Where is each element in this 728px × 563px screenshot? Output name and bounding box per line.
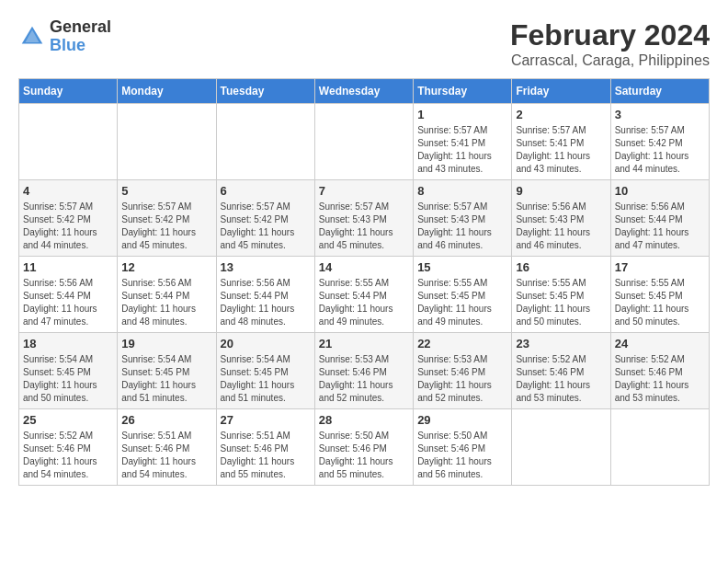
day-number: 11 xyxy=(23,260,113,274)
day-number: 3 xyxy=(615,108,705,121)
calendar-cell: 1Sunrise: 5:57 AM Sunset: 5:41 PM Daylig… xyxy=(414,104,512,180)
day-info: Sunrise: 5:57 AM Sunset: 5:43 PM Dayligh… xyxy=(417,201,507,252)
day-number: 27 xyxy=(221,413,311,427)
calendar-cell: 2Sunrise: 5:57 AM Sunset: 5:41 PM Daylig… xyxy=(512,104,610,180)
day-info: Sunrise: 5:53 AM Sunset: 5:46 PM Dayligh… xyxy=(319,353,409,405)
day-info: Sunrise: 5:52 AM Sunset: 5:46 PM Dayligh… xyxy=(23,430,113,481)
weekday-header: Wednesday xyxy=(314,79,413,104)
day-number: 29 xyxy=(417,413,507,427)
weekday-header: Thursday xyxy=(414,79,512,104)
calendar-cell: 14Sunrise: 5:55 AM Sunset: 5:44 PM Dayli… xyxy=(314,257,413,333)
day-info: Sunrise: 5:55 AM Sunset: 5:44 PM Dayligh… xyxy=(319,277,409,328)
calendar-cell: 9Sunrise: 5:56 AM Sunset: 5:43 PM Daylig… xyxy=(512,180,610,257)
day-info: Sunrise: 5:53 AM Sunset: 5:46 PM Dayligh… xyxy=(417,353,507,405)
weekday-header: Monday xyxy=(118,79,216,104)
calendar-cell: 10Sunrise: 5:56 AM Sunset: 5:44 PM Dayli… xyxy=(610,180,709,257)
logo-line2: Blue xyxy=(50,37,111,55)
subtitle: Carrascal, Caraga, Philippines xyxy=(510,52,710,69)
calendar-cell xyxy=(610,409,709,486)
calendar-cell: 7Sunrise: 5:57 AM Sunset: 5:43 PM Daylig… xyxy=(314,180,413,257)
title-block: February 2024 Carrascal, Caraga, Philipp… xyxy=(510,18,710,69)
day-number: 8 xyxy=(417,184,507,198)
day-number: 17 xyxy=(615,260,705,274)
day-number: 14 xyxy=(319,260,409,274)
day-number: 13 xyxy=(221,260,311,274)
day-info: Sunrise: 5:52 AM Sunset: 5:46 PM Dayligh… xyxy=(615,353,705,405)
day-number: 21 xyxy=(319,337,409,350)
logo: General Blue xyxy=(18,18,111,55)
day-number: 19 xyxy=(121,337,211,350)
day-info: Sunrise: 5:51 AM Sunset: 5:46 PM Dayligh… xyxy=(221,430,311,481)
calendar-cell: 16Sunrise: 5:55 AM Sunset: 5:45 PM Dayli… xyxy=(512,257,610,333)
day-number: 26 xyxy=(121,413,211,427)
day-info: Sunrise: 5:57 AM Sunset: 5:42 PM Dayligh… xyxy=(221,201,311,252)
day-number: 24 xyxy=(615,337,705,350)
day-number: 6 xyxy=(221,184,311,198)
calendar-week-row: 1Sunrise: 5:57 AM Sunset: 5:41 PM Daylig… xyxy=(19,104,710,180)
calendar-cell xyxy=(118,104,216,180)
logo-line1: General xyxy=(50,18,111,37)
calendar-cell: 26Sunrise: 5:51 AM Sunset: 5:46 PM Dayli… xyxy=(118,409,216,486)
day-info: Sunrise: 5:57 AM Sunset: 5:42 PM Dayligh… xyxy=(121,201,211,252)
day-info: Sunrise: 5:55 AM Sunset: 5:45 PM Dayligh… xyxy=(417,277,507,328)
weekday-header: Sunday xyxy=(19,79,118,104)
day-number: 5 xyxy=(121,184,211,198)
day-number: 2 xyxy=(516,108,606,121)
calendar-cell xyxy=(216,104,314,180)
day-info: Sunrise: 5:52 AM Sunset: 5:46 PM Dayligh… xyxy=(516,353,606,405)
day-info: Sunrise: 5:56 AM Sunset: 5:44 PM Dayligh… xyxy=(121,277,211,328)
calendar-week-row: 18Sunrise: 5:54 AM Sunset: 5:45 PM Dayli… xyxy=(19,333,710,409)
day-info: Sunrise: 5:57 AM Sunset: 5:43 PM Dayligh… xyxy=(319,201,409,252)
calendar-week-row: 25Sunrise: 5:52 AM Sunset: 5:46 PM Dayli… xyxy=(19,409,710,486)
day-number: 7 xyxy=(319,184,409,198)
day-number: 10 xyxy=(615,184,705,198)
calendar-cell: 29Sunrise: 5:50 AM Sunset: 5:46 PM Dayli… xyxy=(414,409,512,486)
day-number: 9 xyxy=(516,184,606,198)
day-number: 16 xyxy=(516,260,606,274)
calendar-cell xyxy=(19,104,118,180)
calendar-cell xyxy=(314,104,413,180)
calendar-cell: 12Sunrise: 5:56 AM Sunset: 5:44 PM Dayli… xyxy=(118,257,216,333)
weekday-header: Tuesday xyxy=(216,79,314,104)
day-info: Sunrise: 5:50 AM Sunset: 5:46 PM Dayligh… xyxy=(319,430,409,481)
day-number: 12 xyxy=(121,260,211,274)
day-info: Sunrise: 5:54 AM Sunset: 5:45 PM Dayligh… xyxy=(23,353,113,405)
day-number: 15 xyxy=(417,260,507,274)
calendar-cell: 25Sunrise: 5:52 AM Sunset: 5:46 PM Dayli… xyxy=(19,409,118,486)
calendar-cell: 22Sunrise: 5:53 AM Sunset: 5:46 PM Dayli… xyxy=(414,333,512,409)
weekday-header: Saturday xyxy=(610,79,709,104)
day-info: Sunrise: 5:54 AM Sunset: 5:45 PM Dayligh… xyxy=(121,353,211,405)
day-info: Sunrise: 5:56 AM Sunset: 5:43 PM Dayligh… xyxy=(516,201,606,252)
calendar-cell: 18Sunrise: 5:54 AM Sunset: 5:45 PM Dayli… xyxy=(19,333,118,409)
day-info: Sunrise: 5:50 AM Sunset: 5:46 PM Dayligh… xyxy=(417,430,507,481)
day-info: Sunrise: 5:55 AM Sunset: 5:45 PM Dayligh… xyxy=(516,277,606,328)
calendar-header-row: SundayMondayTuesdayWednesdayThursdayFrid… xyxy=(19,79,710,104)
day-number: 18 xyxy=(23,337,113,350)
calendar-cell: 28Sunrise: 5:50 AM Sunset: 5:46 PM Dayli… xyxy=(314,409,413,486)
day-info: Sunrise: 5:57 AM Sunset: 5:41 PM Dayligh… xyxy=(516,124,606,176)
day-number: 1 xyxy=(417,108,507,121)
calendar-cell: 24Sunrise: 5:52 AM Sunset: 5:46 PM Dayli… xyxy=(610,333,709,409)
page-header: General Blue February 2024 Carrascal, Ca… xyxy=(18,18,710,69)
calendar-cell: 20Sunrise: 5:54 AM Sunset: 5:45 PM Dayli… xyxy=(216,333,314,409)
calendar-cell: 15Sunrise: 5:55 AM Sunset: 5:45 PM Dayli… xyxy=(414,257,512,333)
day-info: Sunrise: 5:57 AM Sunset: 5:41 PM Dayligh… xyxy=(417,124,507,176)
calendar-cell: 3Sunrise: 5:57 AM Sunset: 5:42 PM Daylig… xyxy=(610,104,709,180)
calendar-table: SundayMondayTuesdayWednesdayThursdayFrid… xyxy=(18,78,710,486)
calendar-cell xyxy=(512,409,610,486)
calendar-cell: 8Sunrise: 5:57 AM Sunset: 5:43 PM Daylig… xyxy=(414,180,512,257)
calendar-cell: 17Sunrise: 5:55 AM Sunset: 5:45 PM Dayli… xyxy=(610,257,709,333)
day-number: 22 xyxy=(417,337,507,350)
logo-icon xyxy=(18,23,46,51)
day-info: Sunrise: 5:56 AM Sunset: 5:44 PM Dayligh… xyxy=(615,201,705,252)
day-info: Sunrise: 5:56 AM Sunset: 5:44 PM Dayligh… xyxy=(221,277,311,328)
day-info: Sunrise: 5:51 AM Sunset: 5:46 PM Dayligh… xyxy=(121,430,211,481)
main-title: February 2024 xyxy=(510,18,710,52)
calendar-cell: 19Sunrise: 5:54 AM Sunset: 5:45 PM Dayli… xyxy=(118,333,216,409)
calendar-week-row: 11Sunrise: 5:56 AM Sunset: 5:44 PM Dayli… xyxy=(19,257,710,333)
calendar-cell: 11Sunrise: 5:56 AM Sunset: 5:44 PM Dayli… xyxy=(19,257,118,333)
calendar-cell: 27Sunrise: 5:51 AM Sunset: 5:46 PM Dayli… xyxy=(216,409,314,486)
calendar-cell: 4Sunrise: 5:57 AM Sunset: 5:42 PM Daylig… xyxy=(19,180,118,257)
day-info: Sunrise: 5:57 AM Sunset: 5:42 PM Dayligh… xyxy=(615,124,705,176)
day-info: Sunrise: 5:55 AM Sunset: 5:45 PM Dayligh… xyxy=(615,277,705,328)
